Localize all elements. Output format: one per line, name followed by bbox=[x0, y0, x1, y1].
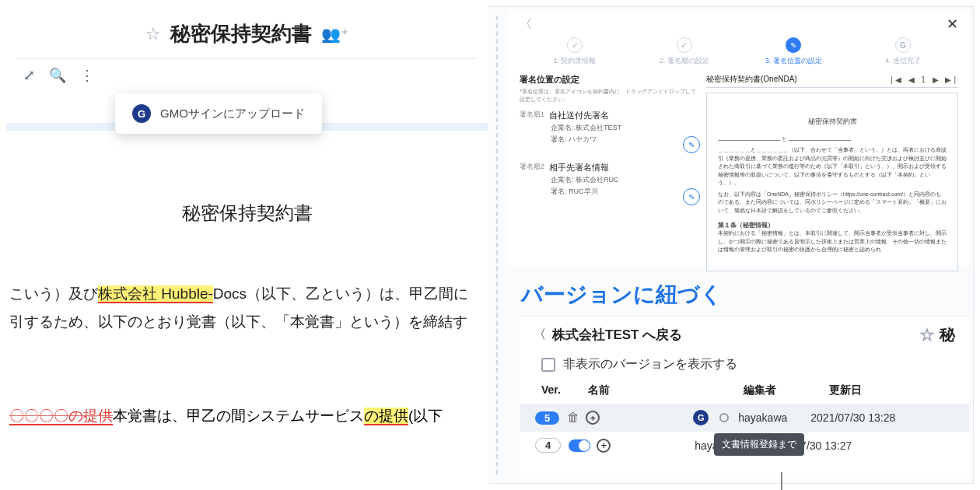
document-paragraph: こいう）及び株式会社 Hubble-Docs（以下、乙という）は、甲乙間に 引す… bbox=[6, 280, 488, 336]
tooltip: 文書情報登録まで bbox=[714, 433, 804, 456]
signer-block-2: 署名順2相手先署名情報 企業名: 株式会社RUC 署名: RUC早川 ✎ bbox=[520, 162, 698, 197]
collapse-icon[interactable]: ⤢ bbox=[23, 67, 35, 84]
section-title: 署名位置の設定 bbox=[520, 74, 698, 86]
toggle-on[interactable] bbox=[569, 439, 590, 452]
document-preview: 秘密保持契約書 と ＿＿＿＿＿＿と＿＿＿＿＿＿（以下、合わせて「当事者」という。… bbox=[706, 93, 958, 271]
table-row[interactable]: 5 🗑 + G hayakawa 2021/07/30 13:28 bbox=[520, 404, 969, 432]
version-badge: 4 bbox=[535, 438, 561, 453]
show-hidden-checkbox[interactable] bbox=[541, 358, 555, 372]
people-add-icon[interactable]: 👥⁺ bbox=[321, 25, 349, 44]
signer-block-1: 署名順1自社送付先署名 企業名: 株式会社TEST 署名: ハヤカワ ✎ bbox=[520, 110, 698, 145]
breadcrumb[interactable]: 株式会社TEST へ戻る bbox=[552, 326, 682, 344]
wizard-steps: ✓1. 契約書情報 ✓2. 署名順の設定 ✎3. 署名位置の設定 G4. 送信完… bbox=[509, 34, 969, 74]
version-badge: 5 bbox=[535, 411, 559, 425]
context-menu: G GMOサインにアップロード bbox=[115, 93, 322, 134]
search-icon[interactable]: 🔍 bbox=[49, 67, 66, 84]
check-icon: ✓ bbox=[567, 37, 583, 53]
panel-divider bbox=[496, 16, 498, 474]
body-title: 秘密保持契約書 bbox=[6, 201, 488, 226]
timeline-connector bbox=[781, 472, 782, 490]
star-icon[interactable]: ☆ bbox=[145, 24, 161, 44]
caption-text: バージョンに紐づく bbox=[521, 280, 723, 310]
plus-icon[interactable]: + bbox=[586, 411, 600, 425]
document-editor-panel: ☆ 秘密保持契約書 👥⁺ ⤢ 🔍 ⋮ G GMOサインにアップロード 秘密保持契… bbox=[6, 6, 488, 484]
signature-wizard-panel: 〈 ✕ ✓1. 契約書情報 ✓2. 署名順の設定 ✎3. 署名位置の設定 G4.… bbox=[509, 11, 969, 266]
gmo-icon: G bbox=[132, 104, 151, 123]
more-icon[interactable]: ⋮ bbox=[80, 67, 94, 84]
section-note: *署名位置は、署名アイコンを契約書内に、ドラッグアンドドロップして設定してくださ… bbox=[520, 88, 698, 103]
pen-icon: ✎ bbox=[786, 37, 801, 53]
editor-name: hayakawa bbox=[738, 411, 787, 424]
gmo-icon: G bbox=[895, 37, 911, 53]
gmo-icon: G bbox=[693, 410, 709, 425]
back-icon[interactable]: 〈 bbox=[534, 327, 546, 343]
menu-item-upload-gmo[interactable]: GMOサインにアップロード bbox=[160, 107, 305, 121]
signature-drag-icon[interactable]: ✎ bbox=[683, 136, 700, 153]
preview-doc-title: 秘密保持契約書(OneNDA) bbox=[706, 74, 797, 85]
document-title: 秘密保持契約書 bbox=[170, 20, 312, 47]
version-list-panel: 〈 株式会社TEST へ戻る ☆秘 非表示のバージョンを表示する Ver. 名前… bbox=[520, 316, 969, 479]
pager[interactable]: |◀ ◀ 1 ▶ ▶| bbox=[891, 75, 958, 84]
document-redline: 〇〇〇〇の提供本覚書は、甲乙の間システムサービスの提供(以下 bbox=[6, 406, 488, 426]
signature-drag-icon[interactable]: ✎ bbox=[683, 188, 700, 205]
checkbox-label: 非表示のバージョンを表示する bbox=[563, 356, 737, 373]
table-header: Ver. 名前 編集者 更新日 bbox=[520, 380, 969, 404]
star-icon[interactable]: ☆ bbox=[919, 325, 935, 345]
close-icon[interactable]: ✕ bbox=[947, 16, 958, 33]
status-dot bbox=[719, 413, 729, 422]
table-row[interactable]: 4 + 文書情報登録まで hayakawa 2021/07/30 13:27 bbox=[520, 432, 969, 459]
updated-date: 2021/07/30 13:28 bbox=[810, 411, 895, 424]
plus-icon[interactable]: + bbox=[597, 439, 611, 453]
trash-icon[interactable]: 🗑 bbox=[567, 411, 579, 425]
back-icon[interactable]: 〈 bbox=[520, 16, 532, 33]
check-icon: ✓ bbox=[677, 37, 692, 53]
